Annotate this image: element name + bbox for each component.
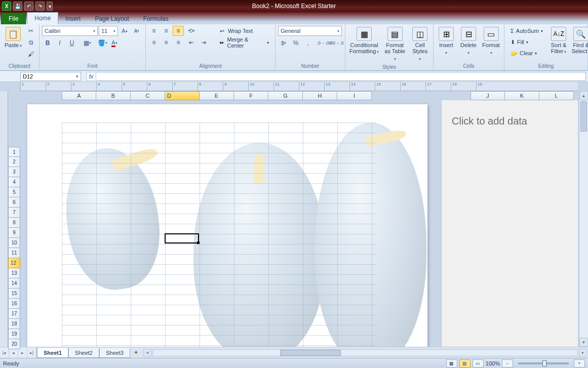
- column-header[interactable]: C: [131, 91, 165, 100]
- sheet-tab-1[interactable]: Sheet1: [37, 348, 68, 358]
- number-format-select[interactable]: General▾: [278, 26, 342, 36]
- percent-format-icon[interactable]: %: [290, 38, 301, 48]
- font-name-select[interactable]: Calibri▾: [42, 26, 98, 36]
- decrease-indent-icon[interactable]: ⇤: [186, 37, 197, 48]
- zoom-in-icon[interactable]: +: [574, 359, 585, 367]
- tab-formulas[interactable]: Formulas: [136, 13, 176, 24]
- hscroll-right-icon[interactable]: ▸: [579, 349, 587, 357]
- format-painter-icon[interactable]: 🖌: [26, 49, 36, 59]
- align-center-icon[interactable]: ≡: [161, 37, 172, 48]
- excel-icon[interactable]: X: [2, 2, 11, 11]
- insert-cells-button[interactable]: ⊞Insert: [436, 26, 456, 57]
- hscroll-thumb[interactable]: [280, 350, 341, 356]
- name-box[interactable]: D12▾: [20, 72, 81, 81]
- view-page-layout-icon[interactable]: ▤: [459, 359, 471, 367]
- wrap-text-button[interactable]: ↩Wrap Text: [214, 26, 272, 36]
- column-header[interactable]: D: [165, 91, 200, 100]
- column-header[interactable]: J: [471, 91, 505, 100]
- row-header[interactable]: 10: [8, 238, 20, 248]
- row-header[interactable]: 7: [8, 208, 20, 218]
- row-header[interactable]: 3: [8, 167, 20, 177]
- find-select-button[interactable]: 🔍Find & Select: [571, 26, 588, 56]
- row-header[interactable]: 14: [8, 278, 20, 289]
- align-left-icon[interactable]: ≡: [148, 37, 160, 48]
- column-header[interactable]: B: [96, 91, 131, 100]
- row-header[interactable]: 1: [8, 147, 20, 157]
- sheet-tab-3[interactable]: Sheet3: [99, 348, 130, 358]
- shrink-font-icon[interactable]: A▾: [131, 26, 142, 36]
- column-header[interactable]: G: [268, 91, 303, 100]
- qat-customize-icon[interactable]: ▾: [47, 2, 53, 11]
- new-sheet-icon[interactable]: ✦: [130, 347, 142, 358]
- selected-cell[interactable]: [165, 233, 199, 243]
- cut-icon[interactable]: ✂: [26, 26, 36, 36]
- cell-grid[interactable]: [62, 122, 376, 347]
- row-header[interactable]: 5: [8, 187, 20, 197]
- side-panel-prompt[interactable]: Click to add data: [442, 100, 578, 142]
- column-header[interactable]: A: [62, 91, 96, 100]
- view-normal-icon[interactable]: ▦: [446, 359, 457, 367]
- tab-home[interactable]: Home: [27, 12, 58, 24]
- align-bottom-icon[interactable]: ≡: [173, 26, 184, 36]
- format-as-table-button[interactable]: ▤Format as Table: [382, 26, 407, 63]
- hscroll-left-icon[interactable]: ◂: [143, 349, 151, 357]
- orientation-icon[interactable]: ⟲▾: [186, 26, 197, 36]
- row-header[interactable]: 19: [8, 329, 20, 339]
- row-header[interactable]: 2: [8, 157, 20, 167]
- formula-input[interactable]: [96, 72, 586, 81]
- column-header[interactable]: I: [337, 91, 372, 100]
- fill-button[interactable]: ⬇Fill▾: [507, 37, 546, 47]
- font-color-icon[interactable]: A▾: [109, 38, 120, 48]
- paste-button[interactable]: 📋 Paste: [3, 26, 24, 50]
- merge-center-button[interactable]: ⬌Merge & Center▾: [214, 37, 272, 48]
- column-header[interactable]: E: [200, 91, 234, 100]
- tab-page-layout[interactable]: Page Layout: [88, 13, 136, 24]
- scroll-up-icon[interactable]: ▲: [579, 91, 588, 100]
- zoom-slider[interactable]: [518, 362, 569, 364]
- row-header[interactable]: 15: [8, 289, 20, 299]
- row-header[interactable]: 16: [8, 299, 20, 309]
- row-header[interactable]: 17: [8, 309, 20, 319]
- autosum-button[interactable]: ΣAutoSum▾: [507, 26, 546, 36]
- column-header[interactable]: K: [505, 91, 539, 100]
- row-header[interactable]: 9: [8, 228, 20, 238]
- copy-icon[interactable]: ⧉: [26, 37, 36, 48]
- delete-cells-button[interactable]: ⊟Delete: [458, 26, 479, 57]
- zoom-knob[interactable]: [542, 360, 546, 366]
- fill-handle[interactable]: [197, 241, 200, 244]
- format-cells-button[interactable]: ▭Format: [481, 26, 501, 57]
- row-header[interactable]: 20: [8, 339, 20, 349]
- horizontal-scrollbar[interactable]: ◂ ▸: [142, 347, 588, 358]
- zoom-out-icon[interactable]: −: [502, 359, 513, 367]
- increase-indent-icon[interactable]: ⇥: [198, 37, 209, 48]
- tab-insert[interactable]: Insert: [58, 13, 88, 24]
- decrease-decimal-icon[interactable]: .00→.0: [331, 38, 342, 48]
- fill-color-icon[interactable]: 🪣▾: [97, 38, 108, 48]
- borders-icon[interactable]: ▦▾: [82, 38, 93, 48]
- hscroll-track[interactable]: [152, 349, 578, 356]
- conditional-formatting-button[interactable]: ▦Conditional Formatting: [348, 26, 380, 56]
- fx-icon[interactable]: fx: [86, 72, 96, 81]
- redo-icon[interactable]: ↷: [35, 2, 45, 11]
- underline-button[interactable]: U: [66, 38, 77, 48]
- bold-button[interactable]: B: [42, 38, 53, 48]
- sheet-tab-2[interactable]: Sheet2: [68, 348, 99, 358]
- align-middle-icon[interactable]: ≡: [161, 26, 172, 36]
- column-header[interactable]: L: [539, 91, 574, 100]
- vscroll-thumb[interactable]: [580, 101, 587, 132]
- grow-font-icon[interactable]: A▴: [119, 26, 130, 36]
- page-canvas[interactable]: [20, 100, 436, 347]
- row-header[interactable]: 13: [8, 268, 20, 278]
- cell-styles-button[interactable]: ◫Cell Styles: [409, 26, 430, 63]
- row-header[interactable]: 11: [8, 248, 20, 258]
- sort-filter-button[interactable]: A↓ZSort & Filter: [548, 26, 569, 56]
- align-right-icon[interactable]: ≡: [173, 37, 184, 48]
- column-header[interactable]: F: [234, 91, 268, 100]
- row-header[interactable]: 12: [8, 258, 20, 268]
- side-panel[interactable]: Click to add data: [441, 100, 578, 347]
- vertical-scrollbar[interactable]: ▲ ▼: [579, 91, 588, 347]
- comma-format-icon[interactable]: ,: [302, 38, 313, 48]
- row-header[interactable]: 4: [8, 177, 20, 187]
- view-page-break-icon[interactable]: ▭: [473, 359, 484, 367]
- row-header[interactable]: 8: [8, 218, 20, 228]
